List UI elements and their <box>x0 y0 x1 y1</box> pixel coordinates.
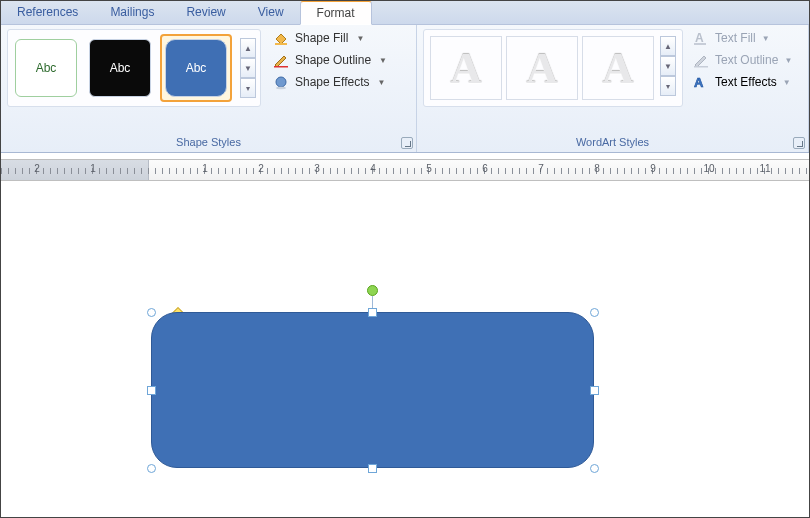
shape-outline-button[interactable]: Shape Outline ▼ <box>269 51 391 69</box>
gallery-up-icon[interactable]: ▲ <box>660 36 676 56</box>
shape-effects-button[interactable]: Shape Effects ▼ <box>269 73 391 91</box>
shape-fill-button[interactable]: Shape Fill ▼ <box>269 29 391 47</box>
group-label-shape-styles: Shape Styles <box>7 134 410 150</box>
wordart-thumb-2[interactable]: A <box>506 36 578 100</box>
dropdown-icon: ▼ <box>784 56 792 65</box>
selected-shape[interactable] <box>151 312 594 468</box>
gallery-more-icon[interactable]: ▾ <box>240 78 256 98</box>
rotation-handle[interactable] <box>367 285 378 296</box>
shape-effects-label: Shape Effects <box>295 75 370 89</box>
pencil-outline-icon <box>273 52 289 68</box>
dropdown-icon: ▼ <box>356 34 364 43</box>
shape-style-thumb-3[interactable]: Abc <box>165 39 227 97</box>
tab-view[interactable]: View <box>242 1 300 24</box>
svg-rect-6 <box>694 66 708 68</box>
dialog-launcher-shape-styles[interactable] <box>401 137 413 149</box>
dropdown-icon: ▼ <box>379 56 387 65</box>
tab-references[interactable]: References <box>1 1 94 24</box>
shape-effects-icon <box>273 74 289 90</box>
gallery-down-icon[interactable]: ▼ <box>660 56 676 76</box>
resize-handle-e[interactable] <box>590 386 599 395</box>
text-effects-button[interactable]: A Text Effects ▼ <box>691 73 794 91</box>
dropdown-icon: ▼ <box>783 78 791 87</box>
svg-point-3 <box>276 87 286 89</box>
group-label-wordart: WordArt Styles <box>423 134 802 150</box>
dropdown-icon: ▼ <box>378 78 386 87</box>
svg-point-2 <box>276 77 286 87</box>
resize-handle-ne[interactable] <box>590 308 599 317</box>
resize-handle-sw[interactable] <box>147 464 156 473</box>
text-fill-icon: A <box>693 30 709 46</box>
text-outline-button[interactable]: Text Outline ▼ <box>691 51 794 69</box>
tab-bar: References Mailings Review View Format <box>1 1 809 25</box>
shape-style-gallery-spinner[interactable]: ▲ ▼ ▾ <box>240 38 256 98</box>
wordart-gallery[interactable]: A A A ▲ ▼ ▾ <box>423 29 683 107</box>
shape-style-thumb-1[interactable]: Abc <box>15 39 77 97</box>
wordart-glyph: A <box>526 43 558 94</box>
wordart-thumb-1[interactable]: A <box>430 36 502 100</box>
shape-style-thumb-2[interactable]: Abc <box>89 39 151 97</box>
tab-mailings[interactable]: Mailings <box>94 1 170 24</box>
text-fill-label: Text Fill <box>715 31 756 45</box>
wordart-gallery-spinner[interactable]: ▲ ▼ ▾ <box>660 36 676 100</box>
text-outline-icon <box>693 52 709 68</box>
gallery-down-icon[interactable]: ▼ <box>240 58 256 78</box>
gallery-more-icon[interactable]: ▾ <box>660 76 676 96</box>
wordart-thumb-3[interactable]: A <box>582 36 654 100</box>
text-outline-label: Text Outline <box>715 53 778 67</box>
group-wordart-styles: A A A ▲ ▼ ▾ A Text Fill ▼ Text Outline <box>417 25 809 152</box>
dialog-launcher-wordart[interactable] <box>793 137 805 149</box>
ribbon: Abc Abc Abc ▲ ▼ ▾ Shape Fill ▼ Shape Out… <box>1 25 809 153</box>
ruler-area: 211234567891011 <box>1 159 809 181</box>
wordart-glyph: A <box>450 43 482 94</box>
shape-fill-label: Shape Fill <box>295 31 348 45</box>
svg-rect-5 <box>694 43 706 45</box>
resize-handle-s[interactable] <box>368 464 377 473</box>
gallery-up-icon[interactable]: ▲ <box>240 38 256 58</box>
svg-rect-0 <box>275 43 287 45</box>
svg-text:A: A <box>695 31 704 45</box>
resize-handle-nw[interactable] <box>147 308 156 317</box>
text-effects-label: Text Effects <box>715 75 777 89</box>
document-canvas[interactable] <box>1 181 809 518</box>
shape-style-gallery[interactable]: Abc Abc Abc ▲ ▼ ▾ <box>7 29 261 107</box>
ruler-ticks: 211234567891011 <box>1 160 809 180</box>
resize-handle-se[interactable] <box>590 464 599 473</box>
horizontal-ruler[interactable]: 211234567891011 <box>1 159 809 181</box>
svg-text:A: A <box>694 75 704 90</box>
text-fill-button[interactable]: A Text Fill ▼ <box>691 29 794 47</box>
text-effects-icon: A <box>693 74 709 90</box>
dropdown-icon: ▼ <box>762 34 770 43</box>
svg-rect-1 <box>274 66 288 68</box>
shape-outline-label: Shape Outline <box>295 53 371 67</box>
tab-format[interactable]: Format <box>300 1 372 25</box>
resize-handle-n[interactable] <box>368 308 377 317</box>
group-shape-styles: Abc Abc Abc ▲ ▼ ▾ Shape Fill ▼ Shape Out… <box>1 25 417 152</box>
wordart-glyph: A <box>602 43 634 94</box>
paint-bucket-icon <box>273 30 289 46</box>
resize-handle-w[interactable] <box>147 386 156 395</box>
tab-review[interactable]: Review <box>170 1 241 24</box>
